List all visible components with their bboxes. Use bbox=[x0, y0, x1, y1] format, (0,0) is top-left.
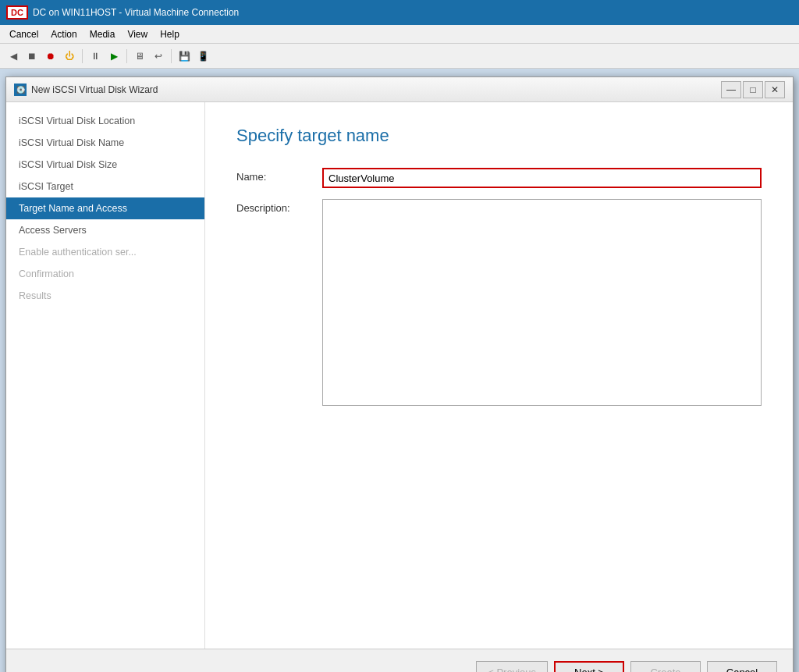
name-label: Name: bbox=[236, 168, 322, 183]
description-input[interactable] bbox=[322, 199, 762, 406]
dialog-body: iSCSI Virtual Disk Location iSCSI Virtua… bbox=[6, 102, 793, 672]
toolbar-save[interactable]: 💾 bbox=[176, 48, 193, 65]
title-bar: DC DC on WIN11HOST - Virtual Machine Con… bbox=[0, 0, 799, 25]
dialog-footer: < Previous Next > Create Cancel bbox=[6, 649, 793, 672]
wizard-dialog: 💽 New iSCSI Virtual Disk Wizard — □ ✕ iS… bbox=[5, 76, 794, 672]
toolbar-device[interactable]: 📱 bbox=[194, 48, 211, 65]
description-label: Description: bbox=[236, 199, 322, 214]
nav-iscsi-name[interactable]: iSCSI Virtual Disk Name bbox=[6, 132, 204, 154]
create-button: Create bbox=[630, 661, 701, 673]
toolbar-back[interactable]: ◀ bbox=[5, 48, 22, 65]
name-input[interactable] bbox=[322, 168, 762, 188]
close-button[interactable]: ✕ bbox=[765, 81, 785, 98]
nav-results: Results bbox=[6, 285, 204, 307]
toolbar-power-red[interactable]: ⏺ bbox=[42, 48, 59, 65]
dialog-controls: — □ ✕ bbox=[721, 81, 785, 98]
next-button[interactable]: Next > bbox=[554, 661, 624, 673]
main-area: 💽 New iSCSI Virtual Disk Wizard — □ ✕ iS… bbox=[0, 69, 799, 672]
menu-view[interactable]: View bbox=[121, 27, 154, 41]
toolbar-sep2 bbox=[126, 49, 127, 63]
nav-target-name[interactable]: Target Name and Access bbox=[6, 197, 204, 219]
wizard-nav: iSCSI Virtual Disk Location iSCSI Virtua… bbox=[6, 102, 205, 649]
toolbar-pause[interactable]: ⏸ bbox=[87, 48, 104, 65]
maximize-button[interactable]: □ bbox=[743, 81, 763, 98]
toolbar-screen[interactable]: 🖥 bbox=[131, 48, 148, 65]
cancel-button[interactable]: Cancel bbox=[707, 661, 777, 673]
menu-help[interactable]: Help bbox=[154, 27, 186, 41]
nav-iscsi-location[interactable]: iSCSI Virtual Disk Location bbox=[6, 110, 204, 132]
toolbar: ◀ ⏹ ⏺ ⏻ ⏸ ▶ 🖥 ↩ 💾 📱 bbox=[0, 44, 799, 69]
nav-confirmation: Confirmation bbox=[6, 263, 204, 285]
previous-button[interactable]: < Previous bbox=[476, 661, 548, 673]
nav-iscsi-target[interactable]: iSCSI Target bbox=[6, 176, 204, 197]
menu-bar: Cancel Action Media View Help bbox=[0, 25, 799, 44]
toolbar-play[interactable]: ▶ bbox=[105, 48, 123, 65]
nav-access-servers[interactable]: Access Servers bbox=[6, 219, 204, 241]
wizard-main-content: Specify target name Name: Description: bbox=[205, 102, 793, 649]
window-title: DC on WIN11HOST - Virtual Machine Connec… bbox=[33, 7, 239, 18]
toolbar-sep1 bbox=[82, 49, 83, 63]
nav-auth: Enable authentication ser... bbox=[6, 241, 204, 263]
toolbar-power-orange[interactable]: ⏻ bbox=[61, 48, 78, 65]
dc-badge: DC bbox=[6, 5, 28, 20]
dialog-content: iSCSI Virtual Disk Location iSCSI Virtua… bbox=[6, 102, 793, 649]
nav-iscsi-size[interactable]: iSCSI Virtual Disk Size bbox=[6, 154, 204, 176]
wizard-icon: 💽 bbox=[14, 84, 27, 96]
toolbar-sep3 bbox=[171, 49, 172, 63]
toolbar-undo[interactable]: ↩ bbox=[150, 48, 167, 65]
minimize-button[interactable]: — bbox=[721, 81, 741, 98]
name-row: Name: bbox=[236, 168, 762, 188]
description-row: Description: bbox=[236, 199, 762, 406]
menu-file[interactable]: Cancel bbox=[3, 27, 44, 41]
menu-media[interactable]: Media bbox=[83, 27, 122, 41]
menu-action[interactable]: Action bbox=[44, 27, 83, 41]
dialog-title-bar: 💽 New iSCSI Virtual Disk Wizard — □ ✕ bbox=[6, 77, 793, 102]
toolbar-stop[interactable]: ⏹ bbox=[23, 48, 41, 65]
dialog-title: New iSCSI Virtual Disk Wizard bbox=[31, 84, 721, 95]
page-title: Specify target name bbox=[236, 126, 762, 146]
